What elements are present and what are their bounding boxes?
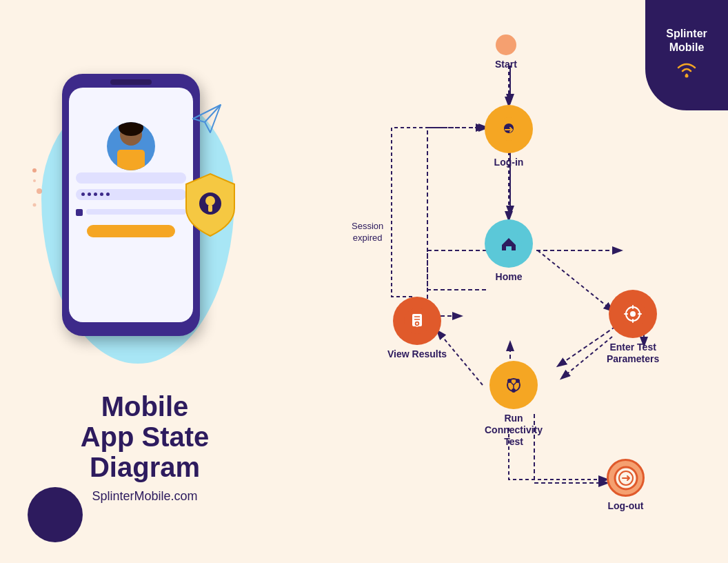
title-line2: App State xyxy=(81,422,210,452)
node-login: Log-in xyxy=(485,105,533,168)
svg-rect-6 xyxy=(208,205,212,212)
phone-illustration xyxy=(28,60,262,377)
svg-point-31 xyxy=(416,323,418,325)
view-results-circle xyxy=(393,297,441,345)
flowchart-area: Start Log-in Home xyxy=(290,0,728,563)
run-test-label: RunConnectivityTest xyxy=(485,413,543,447)
phone-input-1 xyxy=(76,172,186,184)
svg-line-22 xyxy=(562,337,612,378)
enter-params-circle xyxy=(609,290,657,338)
phone-button xyxy=(87,225,175,237)
purple-semicircle xyxy=(28,487,83,542)
home-label: Home xyxy=(496,271,523,283)
home-circle xyxy=(485,219,533,268)
title-line1: Mobile xyxy=(81,391,210,422)
svg-point-10 xyxy=(33,203,37,206)
avatar xyxy=(107,122,155,170)
svg-point-8 xyxy=(33,179,36,182)
run-test-circle xyxy=(489,361,538,409)
svg-line-21 xyxy=(538,250,612,310)
start-circle xyxy=(496,34,516,55)
node-home: Home xyxy=(485,219,533,283)
svg-point-7 xyxy=(32,168,37,172)
svg-rect-2 xyxy=(117,150,145,170)
decoration-dots-left xyxy=(31,164,45,221)
svg-point-9 xyxy=(37,188,42,194)
svg-point-5 xyxy=(205,196,215,206)
phone-screen xyxy=(69,88,193,322)
session-expired-label: Sessionexpired xyxy=(352,221,383,244)
avatar-container xyxy=(107,108,155,164)
enter-params-label: Enter TestParameters xyxy=(607,342,659,365)
shield-icon xyxy=(179,170,241,239)
phone-checkbox xyxy=(76,209,83,216)
start-label: Start xyxy=(495,59,517,70)
svg-point-42 xyxy=(630,311,636,317)
paper-plane-icon xyxy=(190,101,224,136)
phone-notch xyxy=(110,79,152,85)
left-panel: Mobile App State Diagram SplinterMobile.… xyxy=(0,0,290,563)
node-start: Start xyxy=(495,34,517,70)
view-results-label: View Results xyxy=(387,348,447,360)
node-run-test: RunConnectivityTest xyxy=(485,361,543,447)
diagram-title: Mobile App State Diagram SplinterMobile.… xyxy=(81,391,210,504)
title-line3: Diagram xyxy=(81,452,210,482)
node-logout: Log-out xyxy=(607,459,645,512)
login-circle xyxy=(485,105,533,153)
logout-circle xyxy=(607,459,645,497)
brand-url: SplinterMobile.com xyxy=(81,489,210,504)
logout-label: Log-out xyxy=(607,500,643,512)
login-label: Log-in xyxy=(494,157,524,168)
phone-input-password xyxy=(76,189,186,200)
node-view-results: View Results xyxy=(387,297,447,360)
node-enter-params: Enter TestParameters xyxy=(607,290,659,365)
